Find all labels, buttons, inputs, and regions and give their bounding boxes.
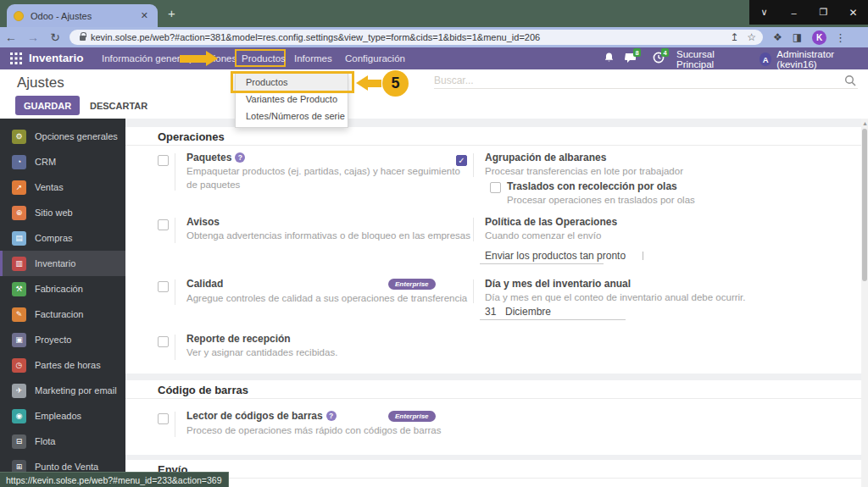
window-close-icon[interactable]: ✕ bbox=[838, 0, 868, 25]
chat-badge: 8 bbox=[633, 48, 641, 57]
traslados-checkbox[interactable] bbox=[490, 182, 501, 193]
paper-plane-icon: ✈ bbox=[12, 384, 26, 398]
back-icon[interactable]: ← bbox=[0, 30, 22, 44]
save-button[interactable]: GUARDAR bbox=[15, 96, 80, 115]
reporte-label: Reporte de recepción bbox=[186, 333, 291, 345]
odoo-favicon bbox=[14, 11, 24, 21]
lector-label: Lector de códigos de barras? bbox=[186, 410, 337, 422]
window-menu-icon[interactable]: ∨ bbox=[749, 0, 779, 25]
lector-description: Proceso de operaciones más rápido con có… bbox=[186, 424, 485, 438]
wrench-icon: ⚒ bbox=[12, 282, 26, 296]
mes-select[interactable]: Diciembre bbox=[505, 306, 551, 318]
paquetes-checkbox[interactable] bbox=[158, 155, 169, 166]
paquetes-description: Empaquetar productos (ej. partidas, caja… bbox=[186, 165, 466, 191]
search-icon[interactable] bbox=[844, 75, 856, 86]
nav-item-informes[interactable]: Informes bbox=[294, 53, 332, 64]
address-bar[interactable]: kevin.solse.pe/web?#action=381&model=res… bbox=[70, 30, 763, 45]
annotation-arrow-left bbox=[367, 80, 381, 87]
agrupacion-label: Agrupación de albaranes bbox=[485, 152, 606, 163]
chat-icon[interactable]: 8 bbox=[625, 52, 637, 67]
agrupacion-description: Procesar transferencias en lote por trab… bbox=[485, 165, 765, 179]
avisos-checkbox[interactable] bbox=[158, 219, 169, 230]
enterprise-badge: Enterprise bbox=[388, 411, 436, 422]
nav-item-productos[interactable]: Productos bbox=[242, 53, 286, 64]
sidebar-item-marketing-email[interactable]: ✈Marketing por email bbox=[0, 378, 125, 403]
window-controls: ∨ – ❐ ✕ bbox=[749, 0, 868, 25]
side-panel-icon[interactable]: ◨ bbox=[793, 31, 802, 43]
gear-icon: ⚙ bbox=[12, 130, 26, 144]
forward-icon[interactable]: → bbox=[22, 30, 44, 44]
menu-item-lotes[interactable]: Lotes/Números de serie bbox=[236, 108, 348, 125]
window-minimize-icon[interactable]: – bbox=[779, 0, 809, 25]
nav-item-configuracion[interactable]: Configuración bbox=[345, 53, 405, 64]
sales-chart-icon: ↗ bbox=[12, 180, 26, 195]
app-name[interactable]: Inventario bbox=[29, 52, 84, 64]
tab-close-icon[interactable]: ✕ bbox=[138, 10, 151, 21]
status-link-tooltip: https://kevin.solse.pe/web?#menu_id=233&… bbox=[0, 472, 229, 487]
discard-button[interactable]: DESCARTAR bbox=[90, 101, 147, 111]
annotation-arrow-right bbox=[180, 55, 206, 63]
stopwatch-icon: ◷ bbox=[12, 358, 26, 373]
lector-checkbox[interactable] bbox=[158, 413, 169, 424]
sidebar-item-proyecto[interactable]: ▣Proyecto bbox=[0, 327, 125, 352]
browser-toolbar: ← → ↻ kevin.solse.pe/web?#action=381&mod… bbox=[0, 27, 868, 47]
agrupacion-checkbox[interactable]: ✓ bbox=[456, 155, 467, 166]
calidad-checkbox[interactable] bbox=[158, 281, 169, 292]
activity-clock-icon[interactable]: 4 bbox=[653, 52, 665, 67]
purchase-icon: ▤ bbox=[12, 231, 26, 246]
avisos-description: Obtenga advertencias informativas o de b… bbox=[186, 230, 485, 243]
inventario-anual-label: Día y mes del inventario anual bbox=[485, 278, 631, 290]
window-restore-icon[interactable]: ❐ bbox=[809, 0, 838, 25]
company-switcher[interactable]: Sucursal Principal bbox=[676, 49, 748, 69]
paquetes-label: Paquetes? bbox=[186, 152, 245, 163]
reporte-checkbox[interactable] bbox=[158, 336, 169, 347]
extensions-icon[interactable]: ❖ bbox=[773, 31, 782, 43]
inventario-anual-description: Día y mes en que el conteo de inventario… bbox=[485, 291, 773, 305]
sidebar-item-sitio-web[interactable]: ⊕Sitio web bbox=[0, 200, 125, 225]
browser-tab[interactable]: Odoo - Ajustes ✕ bbox=[7, 4, 158, 27]
search-bar bbox=[434, 73, 858, 89]
browser-menu-icon[interactable]: ⋮ bbox=[835, 31, 846, 44]
section-envio: Envío bbox=[125, 460, 861, 487]
sidebar-item-fabricacion[interactable]: ⚒Fabricación bbox=[0, 276, 125, 302]
sidebar-item-compras[interactable]: ▤Compras bbox=[0, 225, 125, 251]
traslados-label: Traslados con recolección por olas bbox=[507, 180, 677, 192]
new-tab-button[interactable]: + bbox=[168, 7, 175, 19]
share-icon[interactable]: ↥ bbox=[730, 31, 738, 43]
help-icon[interactable]: ? bbox=[326, 411, 337, 421]
nav-item-informacion-general[interactable]: Información general bbox=[102, 53, 188, 64]
url-text[interactable]: kevin.solse.pe/web?#action=381&model=res… bbox=[91, 32, 721, 42]
sidebar-item-inventario[interactable]: ▥Inventario bbox=[0, 251, 125, 276]
enterprise-badge: Enterprise bbox=[388, 279, 436, 290]
sidebar-item-ventas[interactable]: ↗Ventas bbox=[0, 174, 125, 200]
car-icon: ⊟ bbox=[12, 434, 26, 449]
user-avatar[interactable]: A bbox=[760, 53, 772, 66]
bell-icon[interactable] bbox=[604, 52, 615, 67]
sidebar-item-empleados[interactable]: ◉Empleados bbox=[0, 403, 125, 429]
dia-input[interactable]: 31 bbox=[485, 306, 496, 318]
scrollbar-up-icon[interactable]: ▲ bbox=[862, 121, 867, 126]
browser-profile-avatar[interactable]: K bbox=[812, 30, 826, 45]
sidebar-item-partes-de-horas[interactable]: ◷Partes de horas bbox=[0, 352, 125, 378]
scrollbar-thumb[interactable] bbox=[862, 129, 867, 281]
politica-label: Política de las Operaciones bbox=[485, 216, 617, 228]
sidebar-item-flota[interactable]: ⊟Flota bbox=[0, 429, 125, 454]
search-input[interactable] bbox=[434, 75, 844, 86]
user-menu[interactable]: Administrator (kevin16) bbox=[776, 49, 868, 69]
annotation-arrow-left-tip bbox=[356, 75, 368, 91]
reload-icon[interactable]: ↻ bbox=[44, 30, 66, 44]
sidebar-item-opciones-generales[interactable]: ⚙Opciones generales bbox=[0, 124, 125, 149]
sidebar-item-crm[interactable]: ◔CRM bbox=[0, 149, 125, 174]
politica-select[interactable]: Enviar los productos tan pronto bbox=[485, 250, 626, 262]
settings-sidebar: ⚙Opciones generales ◔CRM ↗Ventas ⊕Sitio … bbox=[0, 119, 125, 487]
sidebar-item-facturacion[interactable]: ✎Facturacion bbox=[0, 302, 125, 327]
calidad-description: Agregue controles de calidad a sus opera… bbox=[186, 292, 485, 306]
menu-item-variantes[interactable]: Variantes de Producto bbox=[236, 91, 348, 108]
screen: Odoo - Ajustes ✕ + ∨ – ❐ ✕ ← → ↻ kevin.s… bbox=[0, 0, 868, 487]
lock-icon bbox=[80, 36, 86, 41]
bookmark-star-icon[interactable]: ☆ bbox=[747, 31, 756, 43]
help-icon[interactable]: ? bbox=[235, 152, 245, 163]
employees-icon: ◉ bbox=[12, 409, 26, 423]
apps-grid-icon[interactable] bbox=[10, 53, 22, 64]
browser-tab-bar: Odoo - Ajustes ✕ + ∨ – ❐ ✕ bbox=[0, 0, 868, 27]
